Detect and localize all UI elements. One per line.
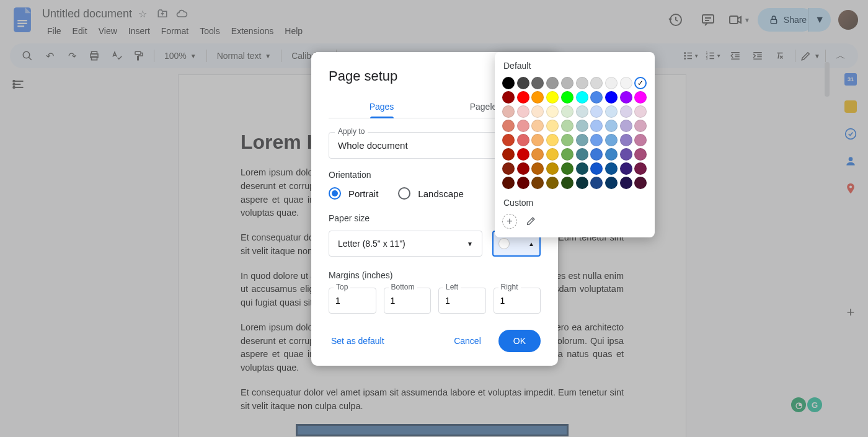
color-swatch[interactable] [620,177,632,189]
color-swatch[interactable] [502,120,515,132]
margins-label: Margins (inches) [329,270,541,280]
color-swatch[interactable] [620,77,632,89]
color-swatch[interactable] [634,162,647,175]
color-swatch[interactable] [502,134,515,146]
margin-bottom-input[interactable] [384,288,432,314]
color-swatch[interactable] [531,120,544,132]
color-swatch[interactable] [517,77,529,89]
color-swatch[interactable] [605,105,618,118]
margin-left-input[interactable] [438,288,486,314]
color-swatch[interactable] [561,148,574,161]
color-swatch[interactable] [531,162,544,175]
color-swatch[interactable] [517,120,529,132]
color-swatch[interactable] [517,134,529,146]
cancel-button[interactable]: Cancel [443,330,492,352]
color-swatch[interactable] [605,77,618,89]
color-swatch[interactable] [561,105,574,118]
apply-to-label: Apply to [335,127,368,136]
color-swatch[interactable] [576,91,588,104]
color-swatch[interactable] [531,77,544,89]
tab-pages[interactable]: Pages [329,95,435,118]
color-swatch[interactable] [634,177,647,189]
color-swatch[interactable] [576,77,588,89]
color-swatch[interactable] [605,148,618,161]
color-swatch[interactable] [576,134,588,146]
color-swatch[interactable] [576,162,588,175]
color-swatch[interactable] [590,148,603,161]
color-swatch[interactable] [605,162,618,175]
add-custom-color-icon[interactable]: + [502,214,517,229]
color-swatch[interactable] [634,77,647,89]
color-swatch[interactable] [576,177,588,189]
color-swatch[interactable] [620,105,632,118]
chevron-up-icon: ▲ [528,241,534,247]
color-swatch[interactable] [590,91,603,104]
color-swatch[interactable] [561,134,574,146]
color-swatch[interactable] [590,77,603,89]
color-swatch[interactable] [634,105,647,118]
color-swatch[interactable] [605,91,618,104]
color-swatch[interactable] [561,120,574,132]
color-swatch[interactable] [620,162,632,175]
color-swatch[interactable] [531,177,544,189]
ok-button[interactable]: OK [498,330,541,352]
color-swatch[interactable] [546,120,559,132]
color-swatch[interactable] [502,148,515,161]
color-swatch[interactable] [502,177,515,189]
color-swatch[interactable] [561,77,574,89]
color-swatch[interactable] [605,120,618,132]
radio-landscape[interactable]: Landscape [398,187,463,200]
paper-size-select[interactable]: Letter (8.5" x 11")▼ [329,231,482,257]
color-swatch[interactable] [502,162,515,175]
color-swatch[interactable] [502,91,515,104]
color-swatch[interactable] [634,134,647,146]
color-swatch[interactable] [605,177,618,189]
color-swatch[interactable] [561,177,574,189]
color-swatch[interactable] [590,134,603,146]
color-swatch[interactable] [502,105,515,118]
color-swatch[interactable] [590,120,603,132]
eyedropper-icon[interactable] [523,214,538,229]
color-grid [502,77,647,189]
color-swatch[interactable] [546,105,559,118]
color-swatch[interactable] [517,148,529,161]
color-swatch[interactable] [517,177,529,189]
color-swatch[interactable] [634,91,647,104]
color-swatch[interactable] [620,120,632,132]
color-swatch[interactable] [502,77,515,89]
color-custom-heading: Custom [502,198,647,208]
color-swatch[interactable] [561,91,574,104]
color-swatch[interactable] [517,162,529,175]
margin-top-input[interactable] [329,288,376,314]
margin-right-input[interactable] [494,288,541,314]
color-swatch[interactable] [605,134,618,146]
color-swatch[interactable] [590,162,603,175]
color-swatch[interactable] [531,91,544,104]
color-swatch[interactable] [517,105,529,118]
color-swatch[interactable] [531,134,544,146]
color-swatch[interactable] [576,148,588,161]
color-swatch[interactable] [620,134,632,146]
color-swatch[interactable] [546,162,559,175]
radio-icon [398,187,410,200]
color-swatch[interactable] [576,120,588,132]
color-swatch[interactable] [620,148,632,161]
color-swatch[interactable] [546,177,559,189]
color-swatch[interactable] [620,91,632,104]
color-swatch[interactable] [576,105,588,118]
color-swatch[interactable] [590,177,603,189]
color-swatch[interactable] [546,77,559,89]
color-swatch[interactable] [546,148,559,161]
radio-portrait[interactable]: Portrait [329,187,378,200]
set-default-button[interactable]: Set as default [329,331,387,351]
chevron-down-icon: ▼ [467,241,473,247]
color-swatch[interactable] [531,105,544,118]
color-swatch[interactable] [517,91,529,104]
color-swatch[interactable] [634,148,647,161]
color-swatch[interactable] [531,148,544,161]
color-swatch[interactable] [546,91,559,104]
color-swatch[interactable] [634,120,647,132]
color-swatch[interactable] [561,162,574,175]
color-swatch[interactable] [590,105,603,118]
color-swatch[interactable] [546,134,559,146]
